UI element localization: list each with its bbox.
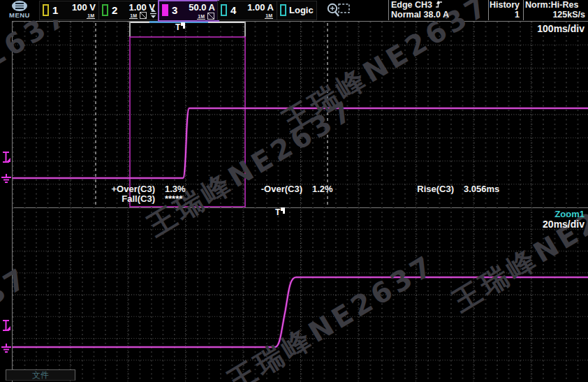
trigger-settings[interactable]: Edge CH3 Normal 38.0 A	[391, 0, 485, 20]
zoom1-trace-layer	[13, 207, 588, 382]
channel-value: 50.0 A	[189, 2, 215, 13]
logic-box[interactable]: Logic	[277, 1, 317, 20]
zoom1-timebase-label: 20ms/div	[543, 219, 585, 230]
ch3-trace-glow	[13, 108, 588, 178]
channel-2-box[interactable]: 2 1.00 V 1M	[98, 1, 159, 20]
acquisition-block[interactable]: Norm:Hi-Res 125kS/s	[525, 0, 587, 20]
ch3-position-marker-icon[interactable]	[1, 151, 11, 163]
ch3-trace	[13, 108, 588, 178]
measurement-plus-over: +Over(C3) 1.3%	[98, 184, 186, 194]
top-bar-separator	[488, 0, 489, 20]
trigger-marker-letter: T	[275, 207, 280, 217]
top-bar: MENU 1 100 V 1M 2 1.00 V 1M 3 50.0 A	[0, 0, 588, 20]
history-block[interactable]: History 1	[490, 0, 522, 20]
trigger-flag-icon	[281, 207, 286, 214]
channel-value: 1.00 A	[247, 2, 274, 13]
impedance-1m-icon: 1M	[129, 13, 138, 19]
measurement-minus-over: -Over(C3) 1.2%	[248, 184, 333, 194]
history-label: History	[490, 0, 522, 10]
channel-number: 3	[172, 4, 177, 16]
channel-3-box[interactable]: 3 50.0 A 1M	[158, 0, 219, 22]
measurement-value: 1.3%	[165, 184, 186, 194]
channel-number: 2	[112, 4, 117, 16]
ch3-zoom-trace-glow	[13, 277, 588, 347]
measurement-label: +Over(C3)	[98, 184, 155, 194]
menu-label: MENU	[2, 11, 37, 19]
main-timebase-label: 100ms/div	[537, 23, 585, 34]
zoom-search-icon[interactable]	[325, 1, 352, 20]
logic-indicator	[280, 4, 286, 16]
ch3-zoom-ground-level-icon	[1, 344, 12, 353]
ch3-zoom-trace	[13, 277, 588, 347]
main-waveform-window	[12, 21, 588, 208]
oscilloscope-screen: 王瑞峰NE2637 王瑞峰NE2637 王瑞峰NE2637 王瑞峰NE2637 …	[0, 0, 588, 382]
edge-trigger-icon	[435, 0, 443, 8]
vertical-position-icon	[150, 9, 156, 18]
channel-4-indicator	[221, 4, 227, 16]
file-button[interactable]: 文件	[6, 369, 75, 381]
channel-4-box[interactable]: 4 1.00 A 1M	[217, 1, 277, 20]
measurement-label: Rise(C3)	[404, 184, 454, 194]
logic-label: Logic	[289, 5, 314, 15]
trigger-line2: Normal 38.0 A	[391, 10, 485, 20]
probe-attenuation-icon	[140, 12, 147, 19]
channel-3-indicator	[162, 4, 168, 16]
measurement-label: Fall(C3)	[98, 193, 155, 204]
channel-value: 100 V	[72, 2, 96, 13]
channel-number: 1	[52, 4, 58, 16]
main-trace-layer	[13, 22, 588, 207]
measurement-value: 1.2%	[312, 184, 333, 194]
acquisition-mode: Norm:Hi-Res	[525, 0, 587, 10]
measurement-label: -Over(C3)	[248, 184, 302, 194]
zoom1-waveform-window	[12, 207, 588, 382]
ch3-ground-level-icon	[1, 174, 12, 184]
impedance-1m-icon: 1M	[197, 14, 205, 20]
menu-icon	[12, 1, 27, 11]
top-bar-separator	[523, 0, 524, 20]
top-bar-separator	[388, 0, 389, 20]
trigger-flag-icon	[181, 22, 186, 29]
impedance-1m-icon: 1M	[265, 13, 273, 19]
ch3-zoom-position-marker-icon[interactable]	[1, 319, 11, 332]
zoom1-trigger-position-marker[interactable]: T	[275, 207, 286, 217]
measurement-fall: Fall(C3) *****	[98, 193, 182, 204]
measurement-value: 3.056ms	[464, 184, 499, 194]
channel-2-indicator	[102, 4, 108, 16]
zoom1-window-label: Zoom1	[554, 209, 585, 219]
channel-1-box[interactable]: 1 100 V 1M	[39, 1, 99, 20]
history-value: 1	[490, 10, 522, 20]
measurement-rise: Rise(C3) 3.056ms	[404, 184, 499, 194]
trigger-line1: Edge CH3	[391, 0, 432, 10]
menu-button[interactable]: MENU	[2, 0, 37, 20]
probe-attenuation-icon	[207, 13, 214, 20]
impedance-1m-icon: 1M	[87, 13, 95, 19]
measurement-value: *****	[165, 193, 182, 204]
channel-number: 4	[230, 4, 236, 16]
trigger-marker-letter: T	[175, 22, 180, 32]
trigger-position-marker[interactable]: T	[175, 22, 186, 32]
sample-rate: 125kS/s	[525, 10, 587, 20]
channel-1-indicator	[43, 4, 49, 16]
